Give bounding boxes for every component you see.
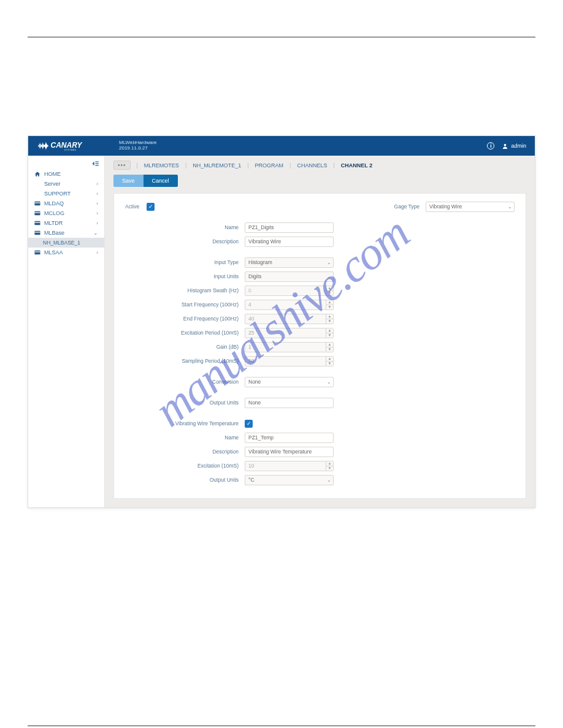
canary-logo: CANARY SYSTEMS bbox=[37, 140, 110, 152]
temp-name-label: Name bbox=[125, 434, 245, 441]
svg-rect-7 bbox=[34, 202, 40, 203]
histogram-swath-input[interactable] bbox=[245, 286, 334, 296]
sidebar-item-label: NH_MLBASE_1 bbox=[43, 240, 80, 246]
sampling-period-input[interactable] bbox=[245, 356, 334, 366]
breadcrumb-item[interactable]: PROGRAM bbox=[255, 162, 284, 169]
sidebar-item-mlbase[interactable]: MLBase ⌄ bbox=[28, 228, 104, 238]
sidebar-item-mlsaa[interactable]: MLSAA › bbox=[28, 248, 104, 257]
svg-rect-8 bbox=[34, 211, 40, 216]
spinner-icon[interactable]: ▲▼ bbox=[326, 286, 333, 295]
excitation-period-label: Excitation Period (10mS) bbox=[125, 330, 245, 336]
description-label: Description bbox=[125, 238, 245, 245]
card-icon bbox=[34, 221, 40, 226]
sidebar-subitem-nh-mlbase-1[interactable]: NH_MLBASE_1 bbox=[28, 238, 104, 248]
breadcrumb-sep: | bbox=[137, 162, 138, 169]
save-button[interactable]: Save bbox=[113, 175, 144, 187]
chevron-down-icon: ⌄ bbox=[93, 230, 98, 236]
description-input[interactable] bbox=[245, 237, 334, 247]
main-content: ••• | MLREMOTES | NH_MLREMOTE_1 | PROGRA… bbox=[105, 156, 535, 507]
histogram-swath-label: Histogram Swath (Hz) bbox=[125, 287, 245, 294]
start-frequency-label: Start Frequency (100Hz) bbox=[125, 301, 245, 308]
input-type-select[interactable]: Histogram bbox=[245, 257, 334, 268]
temp-excitation-label: Excitation (10mS) bbox=[125, 463, 245, 469]
chevron-right-icon: › bbox=[96, 191, 98, 197]
user-menu[interactable]: admin bbox=[502, 143, 526, 150]
gage-type-select[interactable]: Vibrating Wire bbox=[426, 202, 515, 212]
vw-temperature-checkbox[interactable]: ✓ bbox=[245, 420, 253, 428]
spinner-icon[interactable]: ▲▼ bbox=[326, 357, 333, 366]
page-bottom-rule bbox=[28, 726, 535, 726]
breadcrumb-sep: | bbox=[333, 162, 334, 169]
app-window: CANARY SYSTEMS MLWebHardware 2019.11.0.2… bbox=[28, 135, 535, 508]
spinner-icon[interactable]: ▲▼ bbox=[326, 300, 333, 309]
sidebar-item-support[interactable]: SUPPORT › bbox=[28, 189, 104, 199]
end-frequency-label: End Frequency (100Hz) bbox=[125, 316, 245, 322]
card-icon bbox=[34, 201, 40, 206]
spinner-icon[interactable]: ▲▼ bbox=[326, 328, 333, 338]
chevron-right-icon: › bbox=[96, 181, 98, 187]
user-icon bbox=[502, 143, 508, 150]
sidebar-collapse-button[interactable] bbox=[28, 158, 104, 169]
svg-rect-9 bbox=[34, 212, 40, 213]
svg-text:SYSTEMS: SYSTEMS bbox=[64, 149, 77, 151]
temp-name-input[interactable] bbox=[245, 433, 334, 443]
sidebar-item-label: MLSAA bbox=[44, 249, 63, 256]
active-label: Active bbox=[125, 203, 147, 210]
spinner-icon[interactable]: ▲▼ bbox=[326, 461, 333, 471]
active-checkbox[interactable]: ✓ bbox=[147, 203, 155, 211]
chevron-right-icon: › bbox=[96, 249, 98, 256]
page-top-rule bbox=[28, 37, 535, 37]
svg-rect-5 bbox=[95, 165, 98, 165]
breadcrumb-more-button[interactable]: ••• bbox=[113, 161, 131, 170]
spinner-icon[interactable]: ▲▼ bbox=[326, 314, 333, 324]
user-name: admin bbox=[511, 143, 526, 149]
card-icon bbox=[34, 230, 40, 235]
input-units-label: Input Units bbox=[125, 273, 245, 279]
sidebar-item-label: MLBase bbox=[44, 230, 64, 236]
app-title-version: MLWebHardware 2019.11.0.27 bbox=[119, 140, 157, 151]
input-type-label: Input Type bbox=[125, 259, 245, 265]
end-frequency-input[interactable] bbox=[245, 314, 334, 324]
svg-rect-3 bbox=[95, 161, 98, 162]
svg-rect-12 bbox=[34, 231, 40, 235]
start-frequency-input[interactable] bbox=[245, 300, 334, 310]
name-label: Name bbox=[125, 224, 245, 230]
sidebar-item-mclog[interactable]: MCLOG › bbox=[28, 208, 104, 218]
svg-point-2 bbox=[504, 143, 507, 146]
chevron-right-icon: › bbox=[96, 200, 98, 207]
breadcrumb-item[interactable]: CHANNELS bbox=[297, 162, 327, 169]
input-units-select[interactable]: Digits bbox=[245, 271, 334, 282]
spinner-icon[interactable]: ▲▼ bbox=[326, 343, 333, 352]
output-units-input bbox=[245, 398, 334, 408]
temp-desc-input[interactable] bbox=[245, 447, 334, 457]
svg-rect-4 bbox=[95, 163, 98, 164]
sidebar: HOME Server › SUPPORT › MLDAQ bbox=[28, 156, 105, 507]
cancel-button[interactable]: Cancel bbox=[144, 175, 178, 187]
sidebar-item-mltdr[interactable]: MLTDR › bbox=[28, 218, 104, 228]
conversion-select[interactable]: None bbox=[245, 377, 334, 387]
temp-output-units-label: Output Units bbox=[125, 477, 245, 483]
breadcrumb-item[interactable]: MLREMOTES bbox=[144, 162, 179, 169]
logo-area: CANARY SYSTEMS MLWebHardware 2019.11.0.2… bbox=[37, 140, 157, 152]
sidebar-item-home[interactable]: HOME bbox=[28, 169, 104, 179]
vw-temperature-label: Vibrating Wire Temperature bbox=[125, 420, 245, 427]
sidebar-item-label: MLDAQ bbox=[44, 200, 64, 207]
svg-rect-6 bbox=[34, 202, 40, 206]
sidebar-item-mldaq[interactable]: MLDAQ › bbox=[28, 199, 104, 208]
info-icon[interactable]: i bbox=[487, 142, 494, 150]
conversion-label: Conversion bbox=[125, 379, 245, 385]
svg-rect-14 bbox=[34, 251, 40, 255]
temp-desc-label: Description bbox=[125, 449, 245, 455]
name-input[interactable] bbox=[245, 222, 334, 233]
svg-rect-13 bbox=[34, 232, 40, 232]
sidebar-item-label: HOME bbox=[44, 171, 61, 177]
card-icon bbox=[34, 250, 40, 255]
temp-excitation-input[interactable] bbox=[245, 461, 334, 471]
temp-output-units-select[interactable]: °C bbox=[245, 475, 334, 485]
sidebar-item-server[interactable]: Server › bbox=[28, 179, 104, 189]
breadcrumb-item[interactable]: NH_MLREMOTE_1 bbox=[193, 162, 241, 169]
excitation-period-input[interactable] bbox=[245, 328, 334, 338]
card-icon bbox=[34, 211, 40, 216]
gage-type-label: Gage Type bbox=[394, 203, 426, 210]
gain-input[interactable] bbox=[245, 342, 334, 352]
